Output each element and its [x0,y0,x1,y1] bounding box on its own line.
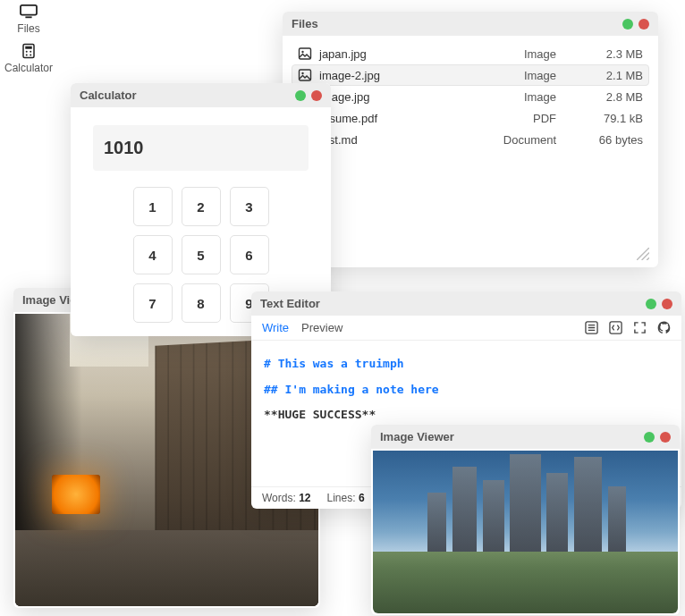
fullscreen-icon[interactable] [633,321,647,334]
file-type: Document [468,133,556,147]
list-icon[interactable] [585,321,598,334]
calc-key-2[interactable]: 2 [182,187,221,226]
calculator-icon [19,43,38,59]
svg-rect-1 [25,16,31,18]
close-button[interactable] [662,299,672,309]
window-title: Files [292,17,318,30]
svg-point-11 [301,72,303,74]
lines-count: 6 [359,492,365,504]
titlebar[interactable]: Text Editor [251,291,681,316]
calc-key-7[interactable]: 7 [133,283,173,323]
file-list: japan.jpgImage2.3 MBimage-2.jpgImage2.1 … [292,43,649,248]
close-button[interactable] [311,90,322,101]
lantern-icon [52,475,100,514]
file-type: PDF [468,112,556,125]
titlebar[interactable]: Image Viewer [371,425,680,449]
tab-preview[interactable]: Preview [301,321,342,334]
calc-key-1[interactable]: 1 [133,187,173,226]
file-name: image-2.jpg [319,69,461,82]
file-size: 2.3 MB [563,47,643,61]
calculator-app-label: Calculator [4,62,53,74]
minimize-button[interactable] [295,90,306,101]
file-size: 66 bytes [563,133,643,147]
file-type: Image [468,47,556,61]
file-size: 2.8 MB [563,90,643,104]
file-name: test.md [319,133,461,147]
calc-key-4[interactable]: 4 [133,235,173,274]
editor-line: ## I'm making a note here [264,379,669,401]
files-app-label: Files [17,22,39,35]
monitor-icon [19,4,38,20]
files-window[interactable]: Files japan.jpgImage2.3 MBimage-2.jpgIma… [283,12,658,267]
svg-rect-3 [25,46,32,49]
calc-key-8[interactable]: 8 [182,283,221,323]
minimize-button[interactable] [622,19,633,30]
minimize-button[interactable] [644,432,655,443]
svg-rect-15 [610,322,622,333]
words-label: Words: [262,492,296,504]
svg-point-9 [301,51,303,53]
file-row[interactable]: resume.pdfPDF79.1 kB [292,107,649,129]
svg-point-7 [30,55,31,56]
file-size: 79.1 kB [563,112,643,125]
close-button[interactable] [660,432,671,443]
github-icon[interactable] [657,321,671,334]
editor-line: # This was a truimph [264,353,669,376]
window-title: Image Viewer [380,430,454,443]
titlebar[interactable]: Files [283,12,658,36]
image-surface [373,451,678,613]
svg-point-5 [30,51,31,53]
file-row[interactable]: test.mdDocument66 bytes [292,129,649,150]
files-app-icon[interactable]: Files [4,4,53,35]
calc-key-5[interactable]: 5 [182,235,221,274]
svg-point-6 [26,55,28,56]
image-viewer-window-2[interactable]: Image Viewer [371,425,680,615]
file-name: image.jpg [319,90,461,104]
editor-line: **HUGE SUCCESS** [264,404,669,426]
calc-key-3[interactable]: 3 [230,187,269,226]
tab-write[interactable]: Write [262,321,289,334]
file-type: Image [468,90,556,104]
svg-rect-0 [21,5,37,15]
file-name: resume.pdf [319,112,461,125]
editor-toolbar: Write Preview [251,316,681,341]
image-icon [298,68,312,82]
words-count: 12 [299,492,310,504]
titlebar[interactable]: Calculator [71,83,331,107]
calculator-display: 1010 [93,125,309,171]
file-row[interactable]: image.jpgImage2.8 MB [292,86,649,107]
window-title: Text Editor [260,297,320,310]
code-icon[interactable] [609,321,622,334]
calc-key-6[interactable]: 6 [230,235,269,274]
file-row[interactable]: japan.jpgImage2.3 MB [292,43,649,64]
close-button[interactable] [638,19,649,30]
calculator-app-icon[interactable]: Calculator [4,43,53,74]
file-size: 2.1 MB [563,69,643,82]
svg-point-4 [26,51,28,53]
minimize-button[interactable] [646,299,656,309]
image-icon [298,46,312,61]
window-title: Calculator [80,89,137,102]
file-name: japan.jpg [319,47,461,61]
lines-label: Lines: [327,492,356,504]
file-row[interactable]: image-2.jpgImage2.1 MB [292,64,649,86]
file-type: Image [468,69,556,82]
resize-handle[interactable] [637,248,649,260]
